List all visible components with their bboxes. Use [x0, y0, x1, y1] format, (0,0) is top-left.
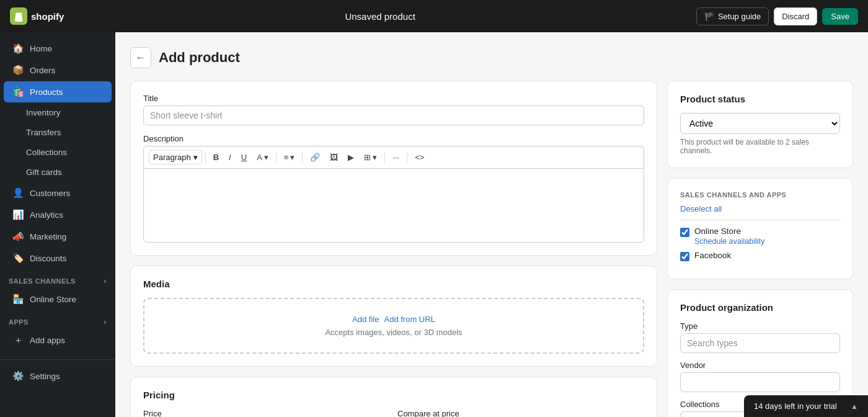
sidebar-item-analytics[interactable]: 📊 Analytics — [4, 204, 112, 225]
add-file-button[interactable]: Add file — [352, 315, 379, 324]
description-label: Description — [143, 134, 644, 143]
page-status-title: Unsaved product — [345, 11, 415, 22]
more-button[interactable]: ··· — [388, 150, 404, 164]
vendor-input[interactable] — [680, 372, 840, 392]
save-button[interactable]: Save — [822, 8, 858, 25]
schedule-availability-link[interactable]: Schedule availability — [694, 237, 764, 246]
sidebar-item-home[interactable]: 🏠 Home — [4, 38, 112, 59]
sidebar-label-orders: Orders — [30, 66, 55, 75]
add-apps-icon: ＋ — [12, 334, 24, 346]
sidebar-item-customers[interactable]: 👤 Customers — [4, 182, 112, 204]
pricing-card: Pricing Price MYR Compare at price — [130, 377, 657, 417]
media-card: Media Add file Add from URL Accepts imag… — [130, 266, 657, 367]
shopify-logo: shopify — [10, 7, 64, 25]
back-button[interactable]: ← — [130, 47, 151, 68]
underline-button[interactable]: U — [237, 150, 251, 164]
compare-price-field: Compare at price MYR ? — [397, 409, 644, 417]
sidebar-item-online-store[interactable]: 🏪 Online Store — [4, 289, 112, 310]
channel-item-online-store: Online Store Schedule availability — [680, 226, 840, 246]
customers-icon: 👤 — [12, 187, 24, 199]
product-status-title: Product status — [680, 94, 840, 104]
page-header: ← Add product — [130, 47, 853, 68]
chevron-down-icon: ▾ — [290, 153, 294, 162]
paragraph-select[interactable]: Paragraph ▾ — [149, 150, 202, 164]
title-field: Title — [143, 94, 644, 125]
online-store-icon: 🏪 — [12, 294, 24, 305]
facebook-checkbox[interactable] — [680, 252, 689, 261]
bold-button[interactable]: B — [209, 150, 223, 164]
sidebar-item-transfers[interactable]: Transfers — [4, 123, 112, 142]
sidebar-nav: 🏠 Home 📦 Orders 🛍️ Products Inventory Tr… — [0, 32, 115, 359]
title-input[interactable] — [143, 105, 644, 125]
sidebar-item-discounts[interactable]: 🏷️ Discounts — [4, 248, 112, 269]
toolbar-sep-2 — [276, 152, 277, 163]
online-store-name: Online Store — [694, 226, 764, 236]
topbar: shopify Unsaved product 🏴 Setup guide Di… — [0, 0, 868, 32]
link-button[interactable]: 🔗 — [306, 150, 324, 164]
online-store-checkbox[interactable] — [680, 228, 689, 237]
sidebar-item-inventory[interactable]: Inventory — [4, 103, 112, 122]
sales-channels-label: SALES CHANNELS AND APPS — [680, 191, 840, 199]
table-icon: ⊞ — [364, 153, 371, 162]
sidebar-item-orders[interactable]: 📦 Orders — [4, 60, 112, 81]
code-button[interactable]: <> — [410, 150, 428, 164]
discard-button[interactable]: Discard — [774, 7, 817, 25]
image-button[interactable]: 🖼 — [326, 150, 342, 164]
sidebar-label-settings: Settings — [30, 372, 60, 381]
type-input[interactable] — [680, 333, 840, 353]
marketing-icon: 📣 — [12, 231, 24, 242]
add-from-url-button[interactable]: Add from URL — [384, 315, 435, 324]
sidebar-item-gift-cards[interactable]: Gift cards — [4, 163, 112, 182]
back-icon: ← — [136, 52, 146, 63]
flag-icon: 🏴 — [704, 12, 714, 21]
sidebar-item-add-apps[interactable]: ＋ Add apps — [4, 330, 112, 351]
italic-button[interactable]: I — [224, 150, 236, 164]
align-button[interactable]: ≡ ▾ — [280, 150, 299, 164]
sidebar-item-settings[interactable]: ⚙️ Settings — [4, 365, 112, 387]
analytics-icon: 📊 — [12, 209, 24, 220]
main-content: ← Add product Title Description — [115, 32, 868, 417]
editor-toolbar: Paragraph ▾ B I U A ▾ ≡ ▾ 🔗 — [143, 146, 644, 168]
channel-item-facebook: Facebook — [680, 251, 840, 261]
link-icon: 🔗 — [310, 153, 320, 162]
sidebar-item-marketing[interactable]: 📣 Marketing — [4, 226, 112, 247]
table-button[interactable]: ⊞ ▾ — [360, 150, 381, 164]
deselect-all-link[interactable]: Deselect all — [680, 204, 722, 213]
media-dropzone[interactable]: Add file Add from URL Accepts images, vi… — [143, 298, 644, 354]
apps-expand-icon[interactable]: › — [104, 318, 107, 326]
trial-expand-icon[interactable]: ▲ — [851, 402, 858, 411]
media-card-title: Media — [143, 279, 644, 289]
status-help-text: This product will be available to 2 sale… — [680, 138, 840, 155]
left-column: Title Description Paragraph ▾ B I — [130, 81, 657, 417]
facebook-name: Facebook — [694, 251, 731, 260]
setup-guide-button[interactable]: 🏴 Setup guide — [696, 7, 769, 25]
product-org-title: Product organization — [680, 302, 840, 313]
sidebar-label-gift-cards: Gift cards — [26, 168, 62, 177]
sidebar-label-marketing: Marketing — [30, 232, 66, 241]
vendor-field: Vendor — [680, 361, 840, 392]
sales-channels-card: SALES CHANNELS AND APPS Deselect all Onl… — [667, 178, 853, 279]
logo-text: shopify — [31, 11, 64, 22]
description-editor[interactable] — [143, 168, 644, 243]
status-select[interactable]: Active Draft — [680, 113, 840, 134]
sidebar-label-customers: Customers — [30, 189, 70, 198]
sidebar-label-home: Home — [30, 44, 52, 53]
image-icon: 🖼 — [330, 153, 338, 162]
sidebar-label-transfers: Transfers — [26, 128, 61, 137]
sales-channels-expand-icon[interactable]: › — [104, 277, 107, 285]
media-actions: Add file Add from URL — [352, 315, 435, 324]
price-label: Price — [143, 409, 390, 417]
apps-section-label: Apps › — [0, 310, 115, 329]
sidebar-label-products: Products — [30, 87, 63, 97]
price-field: Price MYR — [143, 409, 390, 417]
video-button[interactable]: ▶ — [343, 150, 358, 164]
description-field: Description Paragraph ▾ B I U A ▾ — [143, 134, 644, 243]
text-color-button[interactable]: A ▾ — [252, 150, 273, 164]
trial-bar: 14 days left in your trial ▲ — [744, 395, 868, 417]
sidebar-item-collections[interactable]: Collections — [4, 143, 112, 162]
chevron-down-icon: ▾ — [373, 153, 377, 162]
sidebar-item-products[interactable]: 🛍️ Products — [4, 81, 112, 102]
home-icon: 🏠 — [12, 43, 24, 54]
toolbar-sep-4 — [384, 152, 385, 163]
media-accepts-text: Accepts images, videos, or 3D models — [325, 328, 462, 337]
